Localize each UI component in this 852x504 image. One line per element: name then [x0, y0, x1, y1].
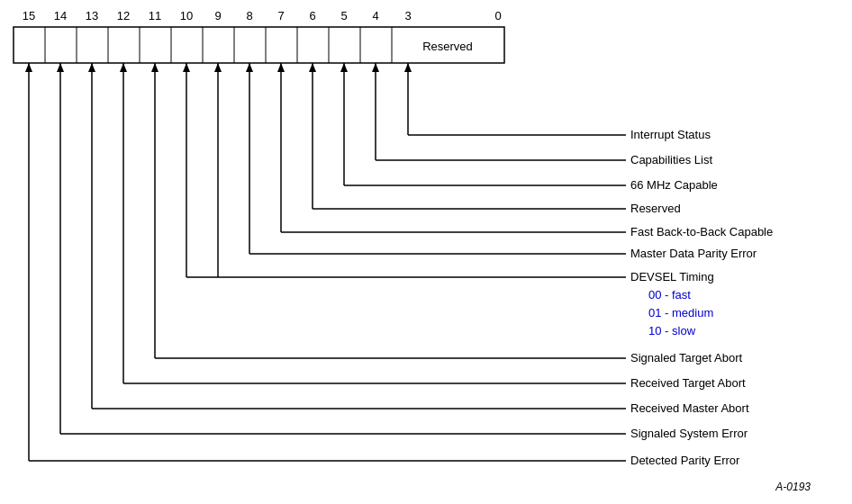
svg-marker-17 — [372, 63, 379, 72]
label-capabilities-list: Capabilities List — [630, 153, 712, 166]
bit-label-4: 4 — [372, 9, 378, 22]
bit-label-12: 12 — [117, 9, 130, 22]
bit-label-5: 5 — [340, 9, 347, 22]
svg-marker-46 — [57, 63, 64, 72]
bit-label-6: 6 — [309, 9, 315, 22]
svg-marker-43 — [88, 63, 95, 72]
bit-label-3: 3 — [404, 9, 411, 22]
label-devsel-slow: 10 - slow — [648, 324, 696, 338]
reserved-label: Reserved — [422, 40, 473, 53]
bit-label-9: 9 — [214, 9, 221, 22]
diagram: 15 14 13 12 11 10 9 8 7 6 5 4 3 0 Reserv… — [0, 0, 852, 504]
svg-marker-32 — [214, 63, 222, 72]
label-devsel: DEVSEL Timing — [630, 270, 714, 284]
bit-label-10: 10 — [180, 9, 193, 22]
bit-label-0: 0 — [494, 9, 501, 22]
label-signaled-system-error: Signaled System Error — [630, 427, 748, 440]
bit-label-11: 11 — [149, 9, 161, 22]
bit-label-15: 15 — [23, 9, 35, 22]
label-master-data-parity: Master Data Parity Error — [630, 247, 757, 260]
svg-marker-37 — [151, 63, 159, 72]
label-66mhz: 66 MHz Capable — [630, 178, 718, 192]
svg-marker-49 — [25, 63, 32, 72]
bit-label-7: 7 — [277, 9, 284, 22]
svg-marker-40 — [120, 63, 127, 72]
label-reserved2: Reserved — [630, 202, 681, 215]
figure-id: A-0193 — [775, 481, 811, 493]
label-received-master-abort: Received Master Abort — [630, 401, 749, 415]
label-received-target-abort: Received Target Abort — [630, 376, 746, 390]
label-devsel-medium: 01 - medium — [648, 306, 713, 320]
label-devsel-fast: 00 - fast — [648, 288, 691, 302]
svg-marker-29 — [246, 63, 253, 72]
bit-label-8: 8 — [246, 9, 252, 22]
bit-label-13: 13 — [86, 9, 98, 22]
label-interrupt-status: Interrupt Status — [630, 128, 711, 141]
label-signaled-target-abort: Signaled Target Abort — [630, 351, 742, 364]
svg-marker-14 — [404, 63, 412, 72]
svg-marker-26 — [277, 63, 285, 72]
label-fast-back: Fast Back-to-Back Capable — [630, 225, 773, 238]
svg-marker-23 — [309, 63, 316, 72]
svg-marker-20 — [340, 63, 348, 72]
bit-label-14: 14 — [54, 9, 67, 22]
label-detected-parity-error: Detected Parity Error — [630, 454, 740, 467]
svg-marker-34 — [183, 63, 190, 72]
